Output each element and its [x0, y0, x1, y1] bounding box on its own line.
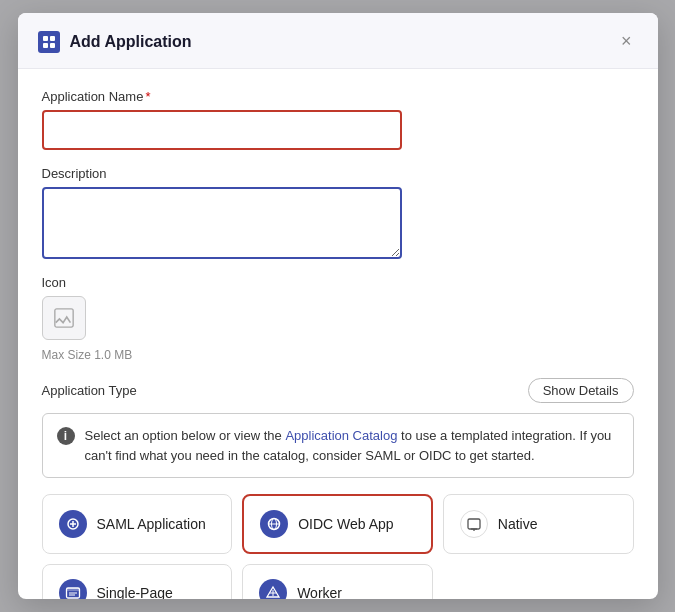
empty-card-slot: [443, 564, 634, 599]
svg-rect-13: [66, 588, 79, 591]
app-catalog-link[interactable]: Application Catalog: [285, 428, 397, 443]
max-size-label: Max Size 1.0 MB: [42, 348, 133, 362]
description-input[interactable]: [42, 187, 402, 259]
app-type-worker[interactable]: Worker: [242, 564, 433, 599]
spa-icon: [59, 579, 87, 599]
info-box: i Select an option below or view the App…: [42, 413, 634, 478]
app-name-input[interactable]: [42, 110, 402, 150]
modal-body: Application Name* Description Icon Max: [18, 69, 658, 599]
svg-rect-3: [50, 43, 55, 48]
icon-upload-box[interactable]: [42, 296, 86, 340]
app-type-spa[interactable]: Single-Page: [42, 564, 233, 599]
spa-label: Single-Page: [97, 585, 173, 599]
modal-header: Add Application ×: [18, 13, 658, 69]
description-group: Description: [42, 166, 634, 259]
native-label: Native: [498, 516, 538, 532]
app-type-row: Application Type Show Details: [42, 378, 634, 403]
app-name-label: Application Name*: [42, 89, 634, 104]
info-icon: i: [57, 427, 75, 445]
worker-label: Worker: [297, 585, 342, 599]
modal-header-left: Add Application: [38, 31, 192, 53]
info-text: Select an option below or view the Appli…: [85, 426, 619, 465]
modal-title: Add Application: [70, 33, 192, 51]
close-button[interactable]: ×: [615, 29, 638, 54]
svg-rect-1: [50, 36, 55, 41]
icon-label: Icon: [42, 275, 634, 290]
native-icon: [460, 510, 488, 538]
saml-label: SAML Application: [97, 516, 206, 532]
app-name-group: Application Name*: [42, 89, 634, 150]
svg-rect-0: [43, 36, 48, 41]
app-types-grid-row2: Single-Page Worker: [42, 564, 634, 599]
show-details-button[interactable]: Show Details: [528, 378, 634, 403]
required-marker: *: [145, 89, 150, 104]
svg-rect-2: [43, 43, 48, 48]
worker-icon: [259, 579, 287, 599]
svg-rect-4: [54, 309, 72, 327]
oidc-label: OIDC Web App: [298, 516, 393, 532]
modal-app-icon: [38, 31, 60, 53]
oidc-icon: [260, 510, 288, 538]
app-type-native[interactable]: Native: [443, 494, 634, 554]
svg-rect-9: [468, 519, 480, 529]
app-type-oidc[interactable]: OIDC Web App: [242, 494, 433, 554]
modal-overlay: Add Application × Application Name* Desc…: [0, 0, 675, 612]
description-label: Description: [42, 166, 634, 181]
app-type-label: Application Type: [42, 383, 137, 398]
add-application-modal: Add Application × Application Name* Desc…: [18, 13, 658, 599]
icon-group: Icon Max Size 1.0 MB: [42, 275, 634, 362]
app-types-grid-row1: SAML Application OIDC Web App: [42, 494, 634, 554]
saml-icon: [59, 510, 87, 538]
app-type-saml[interactable]: SAML Application: [42, 494, 233, 554]
